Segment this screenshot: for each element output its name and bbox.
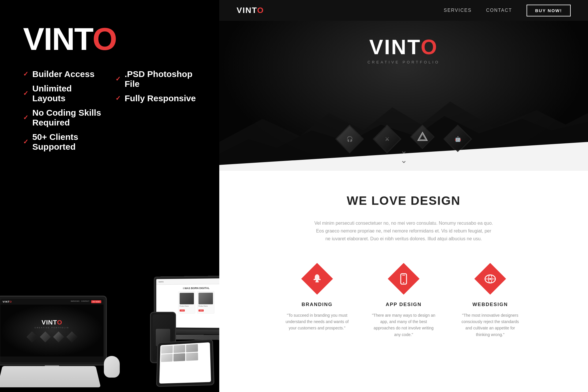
tablet-mockup — [156, 339, 214, 387]
feature-psd: ✓ .PSD Photoshop File — [115, 69, 196, 89]
app-design-name: APP DESIGN — [372, 302, 435, 307]
diamond-icon-1: 🎧 — [347, 136, 353, 142]
feature-label: Builder Access — [32, 69, 95, 79]
hero-section: VINTO CREATIVE PORTFOLIO 🎧 ⚔ — [219, 21, 588, 171]
hero-subtitle: CREATIVE PORTFOLIO — [368, 60, 440, 64]
we-love-title: WE LOVE DESIGN — [237, 194, 571, 208]
brand-title: VINTO — [23, 23, 196, 55]
keyboard-mockup — [0, 366, 101, 387]
branding-desc: "To succeed in branding you must underst… — [285, 312, 349, 331]
nav-services-link[interactable]: SERVICES — [444, 8, 472, 13]
svg-rect-9 — [402, 275, 405, 275]
branding-diamond — [301, 263, 333, 295]
diamond-icon-2: ⚔ — [385, 136, 389, 142]
app-design-desc: "There are many ways to design an app, a… — [372, 312, 435, 338]
webdesign-name: WEBDESIGN — [458, 302, 522, 307]
services-row: BRANDING "To succeed in branding you mus… — [237, 263, 571, 338]
hero-logo-area: VINTO CREATIVE PORTFOLIO — [368, 35, 440, 64]
hero-logo-text: VINTO — [368, 35, 440, 59]
feature-label: No Coding Skills Required — [32, 108, 104, 127]
service-branding: BRANDING "To succeed in branding you mus… — [285, 263, 349, 338]
nav-links: SERVICES CONTACT BUY NOW! — [444, 5, 571, 16]
svg-rect-6 — [315, 281, 319, 282]
branding-icon — [311, 273, 323, 285]
diamond-icon-4: 🤖 — [455, 136, 461, 142]
app-design-diamond — [388, 263, 420, 295]
feature-label: Unlimited Layouts — [32, 84, 104, 103]
branding-name: BRANDING — [285, 302, 349, 307]
left-panel: VINTO ✓ Builder Access ✓ Unlimited Layou… — [0, 0, 219, 392]
webdesign-diamond — [474, 263, 506, 295]
check-icon: ✓ — [23, 70, 28, 78]
nav-contact-link[interactable]: CONTACT — [486, 8, 512, 13]
navigation-bar: VINTO SERVICES CONTACT BUY NOW! — [219, 0, 588, 21]
penrose-icon — [417, 131, 428, 143]
webdesign-desc: "The most innovative designers conscious… — [458, 312, 522, 338]
hero-diamond-2: ⚔ — [373, 125, 402, 153]
feature-no-coding: ✓ No Coding Skills Required — [23, 108, 104, 127]
svg-rect-5 — [316, 280, 318, 281]
check-icon: ✓ — [23, 90, 28, 97]
nav-logo: VINTO — [237, 6, 264, 15]
hero-diamond-1: 🎧 — [335, 125, 364, 153]
white-section: WE LOVE DESIGN Vel minim persecuti conse… — [219, 171, 588, 361]
mouse-mockup — [104, 356, 120, 378]
check-icon: ✓ — [115, 95, 121, 102]
we-love-description: Vel minim persecuti consectetuer no, no … — [314, 219, 493, 243]
service-webdesign: WEBDESIGN "The most innovative designers… — [458, 263, 522, 338]
feature-unlimited-layouts: ✓ Unlimited Layouts — [23, 84, 104, 103]
hero-diamond-4: 🤖 — [443, 125, 472, 153]
monitor-mockup: VINTO SERVICESCONTACT BUY NOW! VINTO CRE… — [0, 296, 107, 375]
devices-mockup-area: VINTO SERVICESCONTACT BUY NOW! VINTO CRE… — [0, 130, 219, 392]
buy-now-button[interactable]: BUY NOW! — [527, 5, 571, 16]
app-design-icon — [398, 273, 409, 285]
hero-diamond-3 — [410, 125, 435, 149]
svg-point-8 — [403, 282, 404, 283]
service-app-design: APP DESIGN "There are many ways to desig… — [372, 263, 435, 338]
check-icon: ✓ — [115, 75, 121, 83]
feature-label: .PSD Photoshop File — [125, 69, 196, 89]
feature-builder-access: ✓ Builder Access — [23, 69, 104, 79]
right-panel: VINTO SERVICES CONTACT BUY NOW! VINTO CR… — [219, 0, 588, 392]
scroll-arrow: ⌄⌄ — [400, 146, 407, 165]
webdesign-icon — [483, 273, 497, 285]
feature-responsive: ✓ Fully Responsive — [115, 93, 196, 103]
feature-label: Fully Responsive — [125, 93, 196, 103]
check-icon: ✓ — [23, 114, 28, 121]
